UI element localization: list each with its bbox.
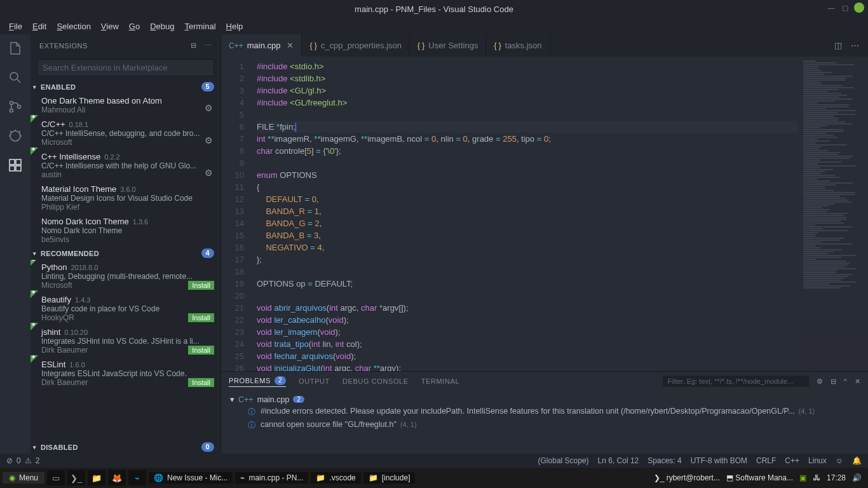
split-editor-icon[interactable]: ◫ <box>834 41 842 50</box>
os-taskbar: ◉Menu ▭ ❯_ 📁 🦊 ⌁ 🌐New Issue - Mic...⌁mai… <box>0 468 868 488</box>
problem-row[interactable]: ⓘcannot open source file "GL/freeglut.h"… <box>230 419 859 432</box>
files-launcher[interactable]: 📁 <box>88 470 105 485</box>
tray-network-icon[interactable]: 🖧 <box>813 473 820 482</box>
clear-icon[interactable]: ⊟ <box>191 41 197 50</box>
disabled-section-header[interactable]: DISABLED 0 <box>31 440 220 454</box>
firefox-launcher[interactable]: 🦊 <box>108 470 126 485</box>
info-icon: ⓘ <box>248 407 255 417</box>
encoding-status[interactable]: UTF-8 with BOM <box>691 456 747 465</box>
problems-tab[interactable]: PROBLEMS2 <box>229 376 286 387</box>
svg-rect-6 <box>16 159 21 165</box>
install-button[interactable]: Install <box>188 313 214 322</box>
menu-debug[interactable]: Debug <box>146 20 178 32</box>
tray-nvidia-icon[interactable]: ▣ <box>799 473 806 482</box>
window-title: main.cpp - PNM_Files - Visual Studio Cod… <box>355 4 513 14</box>
minimize-button[interactable]: — <box>826 3 836 13</box>
feedback-icon[interactable]: ☺ <box>836 456 843 465</box>
taskbar-window-item[interactable]: 📁.vscode <box>311 472 360 484</box>
extension-item[interactable]: Beautify1.4.3Beautify code in place for … <box>31 292 220 325</box>
file-icon: C++ <box>229 41 243 50</box>
close-panel-icon[interactable]: ✕ <box>855 377 860 386</box>
maximize-button[interactable]: ▢ <box>840 3 850 13</box>
star-icon <box>32 325 40 332</box>
extension-item[interactable]: Nomo Dark Icon Theme1.3.6Nomo Dark Icon … <box>31 214 220 247</box>
extension-search-input[interactable] <box>37 59 214 76</box>
cursor-position-status[interactable]: Ln 6, Col 12 <box>598 456 639 465</box>
explorer-icon[interactable] <box>6 39 24 57</box>
editor-tab[interactable]: { }tasks.json <box>486 34 550 57</box>
extension-item[interactable]: C++ Intellisense0.2.2C/C++ Intellisense … <box>31 149 220 182</box>
extension-item[interactable]: jshint0.10.20Integrates JSHint into VS C… <box>31 325 220 357</box>
more-icon[interactable]: ⋯ <box>205 41 212 50</box>
extension-item[interactable]: ESLint1.6.0Integrates ESLint JavaScript … <box>31 357 220 390</box>
source-control-icon[interactable] <box>6 98 24 116</box>
menu-go[interactable]: Go <box>125 20 144 32</box>
terminal-launcher[interactable]: ❯_ <box>67 470 85 485</box>
start-menu[interactable]: ◉Menu <box>3 472 44 484</box>
extension-item[interactable]: C/C++0.18.1C/C++ IntelliSense, debugging… <box>31 117 220 149</box>
install-button[interactable]: Install <box>188 378 214 387</box>
maximize-panel-icon[interactable]: ^ <box>844 377 847 385</box>
star-icon <box>32 357 40 365</box>
minimap[interactable] <box>798 57 868 371</box>
enabled-section-header[interactable]: ENABLED 5 <box>31 80 220 93</box>
menu-help[interactable]: Help <box>222 20 247 32</box>
editor-tab-bar: C++main.cpp✕{ }c_cpp_properties.json{ }U… <box>221 34 868 57</box>
extension-item[interactable]: One Dark Theme based on AtomMahmoud Ali⚙ <box>31 93 220 117</box>
extension-item[interactable]: Material Icon Theme3.6.0Material Design … <box>31 182 220 214</box>
tray-clock[interactable]: 17:28 <box>827 473 846 482</box>
menu-edit[interactable]: Edit <box>29 20 50 32</box>
svg-point-2 <box>10 109 13 112</box>
extension-item[interactable]: Python2018.8.0Linting, Debugging (multi-… <box>31 260 220 292</box>
gear-icon[interactable]: ⚙ <box>205 135 213 146</box>
svg-point-3 <box>18 105 21 109</box>
taskbar-window-item[interactable]: 📁[include] <box>363 472 416 484</box>
gear-icon[interactable]: ⚙ <box>205 103 213 113</box>
code-editor[interactable]: #include <stdio.h>#include <stdlib.h>#in… <box>253 57 798 371</box>
error-warning-status[interactable]: ⊘0 ⚠2 <box>6 456 39 465</box>
notifications-icon[interactable]: 🔔 <box>852 456 862 465</box>
app-icon: 📁 <box>316 473 325 482</box>
collapse-all-icon[interactable]: ⊟ <box>831 377 836 386</box>
menu-file[interactable]: File <box>5 20 26 32</box>
install-button[interactable]: Install <box>188 346 214 355</box>
gear-icon[interactable]: ⚙ <box>205 168 213 178</box>
search-icon[interactable] <box>6 69 24 86</box>
show-desktop-button[interactable]: ▭ <box>47 470 65 485</box>
editor-tab[interactable]: { }c_cpp_properties.json <box>302 34 410 57</box>
problems-filter-input[interactable] <box>663 376 809 387</box>
eol-status[interactable]: CRLF <box>756 456 776 465</box>
output-tab[interactable]: OUTPUT <box>299 377 330 385</box>
close-button[interactable] <box>854 3 864 13</box>
taskbar-terminal-item[interactable]: ❯_ rybert@robert... <box>654 473 720 482</box>
os-status[interactable]: Linux <box>808 456 827 465</box>
menu-view[interactable]: View <box>97 20 123 32</box>
info-icon: ⓘ <box>248 420 255 431</box>
scope-status[interactable]: (Global Scope) <box>538 456 589 465</box>
problem-file-row[interactable]: ▾ C++ main.cpp 2 <box>230 393 859 405</box>
terminal-tab[interactable]: TERMINAL <box>421 377 459 385</box>
recommended-section-header[interactable]: RECOMMENDED 4 <box>31 247 220 260</box>
menu-terminal[interactable]: Terminal <box>180 20 219 32</box>
filter-settings-icon[interactable]: ⚙ <box>817 377 823 386</box>
editor-more-icon[interactable]: ⋯ <box>851 41 859 50</box>
debug-console-tab[interactable]: DEBUG CONSOLE <box>342 377 409 385</box>
menu-selection[interactable]: Selection <box>53 20 94 32</box>
taskbar-window-item[interactable]: 🌐New Issue - Mic... <box>149 472 233 484</box>
line-gutter: 1234567891011121314151617181920212223242… <box>221 57 253 371</box>
debug-icon[interactable] <box>6 127 24 145</box>
editor-tab[interactable]: { }User Settings <box>410 34 486 57</box>
taskbar-window-item[interactable]: ⌁main.cpp - PN... <box>235 472 308 484</box>
tray-volume-icon[interactable]: 🔊 <box>852 473 862 482</box>
titlebar: main.cpp - PNM_Files - Visual Studio Cod… <box>0 0 868 18</box>
indentation-status[interactable]: Spaces: 4 <box>648 456 681 465</box>
extensions-icon[interactable] <box>6 156 24 174</box>
close-tab-icon[interactable]: ✕ <box>287 41 294 50</box>
problem-row[interactable]: ⓘ#include errors detected. Please update… <box>230 405 859 419</box>
install-button[interactable]: Install <box>188 281 214 290</box>
vscode-launcher[interactable]: ⌁ <box>128 470 146 485</box>
taskbar-software-item[interactable]: ⬒ Software Mana... <box>726 473 793 482</box>
bottom-panel: PROBLEMS2 OUTPUT DEBUG CONSOLE TERMINAL … <box>221 371 868 454</box>
editor-tab[interactable]: C++main.cpp✕ <box>221 34 302 57</box>
language-status[interactable]: C++ <box>785 456 799 465</box>
